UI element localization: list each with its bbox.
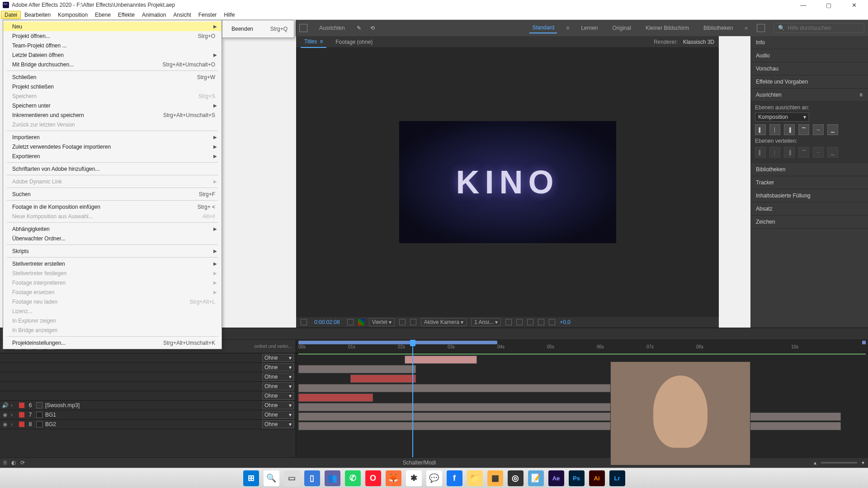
taskbar-search-icon[interactable]: 🔍 (264, 470, 279, 486)
layer-expand-icon[interactable]: › (11, 421, 16, 427)
workspace-tab-lernen[interactable]: Lernen (578, 23, 600, 33)
panel-absatz[interactable]: Absatz (750, 202, 868, 216)
motion-blur-toggle-icon[interactable]: ⟳ (20, 460, 25, 466)
panel-tracker[interactable]: Tracker (750, 176, 868, 189)
menu-hilfe[interactable]: Hilfe (220, 11, 238, 19)
snap-checkbox[interactable] (299, 24, 307, 32)
playhead[interactable] (412, 340, 413, 457)
parent-select[interactable]: Ohne▾ (262, 363, 294, 371)
tool-icon-1[interactable]: ✎ (357, 25, 361, 31)
zoom-out-icon[interactable]: ▴ (814, 460, 816, 466)
file-explorer-icon[interactable]: 📁 (467, 470, 483, 486)
clip-bar-8-bg2[interactable] (298, 422, 841, 430)
opera-icon[interactable]: O (365, 470, 381, 486)
clip-bar-3[interactable] (350, 375, 416, 383)
comp-tab-footage[interactable]: Footage (ohne) (332, 37, 376, 47)
menu-item-exportieren[interactable]: Exportieren▶ (3, 151, 222, 161)
roi-icon[interactable] (399, 319, 406, 325)
zoom-in-icon[interactable]: ▾ (862, 460, 864, 466)
help-search-input[interactable] (788, 25, 860, 31)
panel-ausrichten[interactable]: Ausrichten≡ (750, 89, 868, 102)
menu-item-importieren[interactable]: Importieren▶ (3, 132, 222, 142)
clip-bar-6-swoosh[interactable] (298, 403, 615, 411)
panel-effekte[interactable]: Effekte und Vorgaben (750, 75, 868, 89)
whatsapp-icon[interactable]: ✆ (345, 470, 361, 486)
menu-ansicht[interactable]: Ansicht (170, 11, 194, 19)
align-top-button[interactable]: ▔ (798, 124, 809, 135)
flowchart-icon[interactable] (538, 319, 544, 325)
frame-blend-icon[interactable]: ◐ (11, 460, 16, 466)
menu-item-skripts[interactable]: Skripts▶ (3, 246, 222, 256)
menu-effekte[interactable]: Effekte (114, 11, 138, 19)
panel-bibliotheken[interactable]: Bibliotheken (750, 163, 868, 176)
panel-menu-icon[interactable]: ≡ (859, 92, 863, 98)
menu-ebene[interactable]: Ebene (91, 11, 114, 19)
parent-select[interactable]: Ohne▾ (262, 392, 294, 400)
menu-item-projekt-schlie-en[interactable]: Projekt schließen (3, 82, 222, 91)
layer-row-hidden-1[interactable]: Ohne▾ (0, 353, 296, 363)
parent-select[interactable]: Ohne▾ (262, 382, 294, 390)
zoom-slider[interactable] (821, 462, 857, 464)
panel-vorschau[interactable]: Vorschau (750, 62, 868, 75)
layer-name[interactable]: [Swoosh.mp3] (45, 402, 99, 408)
layer-row-hidden-5[interactable]: Ohne▾ (0, 391, 296, 401)
layer-name[interactable]: BG2 (45, 421, 99, 427)
panel-zeichen[interactable]: Zeichen (750, 216, 868, 229)
parent-select[interactable]: Ohne▾ (262, 354, 294, 362)
menu-item-abh-ngigkeiten[interactable]: Abhängigkeiten▶ (3, 224, 222, 234)
menu-bearbeiten[interactable]: Bearbeiten (21, 11, 54, 19)
exposure-value[interactable]: +0,0 (560, 319, 571, 325)
clip-bar-1[interactable] (405, 356, 477, 364)
parent-select[interactable]: Ohne▾ (262, 411, 294, 419)
align-bottom-button[interactable]: ▁ (827, 124, 838, 135)
layer-row-hidden-3[interactable]: Ohne▾ (0, 372, 296, 382)
layer-color-swatch[interactable] (19, 422, 24, 427)
composition-viewer[interactable]: KINO (296, 48, 719, 316)
minimize-button[interactable]: — (797, 0, 810, 9)
photoshop-icon[interactable]: Ps (569, 470, 585, 486)
workspace-overflow-icon[interactable]: » (745, 25, 748, 31)
menu-item-footage-in-die-komposition-einf-gen[interactable]: Footage in die Komposition einfügenStrg+… (3, 202, 222, 211)
explorer-icon[interactable]: ▯ (304, 470, 320, 486)
menu-item-schlie-en[interactable]: SchließenStrg+W (3, 72, 222, 82)
fast-preview-icon[interactable] (516, 319, 523, 325)
firefox-icon[interactable]: 🦊 (386, 470, 401, 486)
menu-item-berwachter-ordner[interactable]: Überwachter Ordner... (3, 234, 222, 243)
messenger-icon[interactable]: 💬 (426, 470, 442, 486)
menu-item-zuletzt-verwendetes-footage-importieren[interactable]: Zuletzt verwendetes Footage importieren▶ (3, 142, 222, 151)
help-search[interactable]: 🔍 (774, 23, 864, 33)
facebook-icon[interactable]: f (447, 470, 462, 486)
panel-inhaltsbasiert[interactable]: Inhaltsbasierte Füllung (750, 189, 868, 202)
audio-toggle-icon[interactable]: 🔊 (2, 402, 8, 408)
workspace-expand-icon[interactable] (757, 24, 765, 32)
align-vcenter-button[interactable]: ─ (813, 124, 824, 135)
work-area-bar[interactable] (298, 341, 497, 344)
menu-item-suchen[interactable]: SuchenStrg+F (3, 189, 222, 199)
switches-modes-label[interactable]: Schalter/Modi (403, 460, 436, 466)
workspace-tab-standard[interactable]: Standard (529, 23, 557, 33)
menu-komposition[interactable]: Komposition (54, 11, 91, 19)
timeline-track-area[interactable]: 00s 01s 02s 03s 04s 05s 06s 07s 08s 10s (296, 340, 868, 457)
layer-row-6[interactable]: 🔊 › 6 [Swoosh.mp3] Ohne▾ (0, 401, 296, 410)
exposure-reset-icon[interactable] (549, 319, 555, 325)
app-icon-1[interactable]: ✱ (406, 470, 422, 486)
notes-icon[interactable]: 📝 (528, 470, 544, 486)
panel-info[interactable]: Info (750, 36, 868, 49)
lightroom-icon[interactable]: Lr (609, 470, 625, 486)
close-button[interactable]: ✕ (847, 0, 861, 9)
parent-select[interactable]: Ohne▾ (262, 401, 294, 409)
clip-bar-7-bg1[interactable] (298, 413, 841, 421)
layer-color-swatch[interactable] (19, 412, 24, 418)
comp-tab-titles[interactable]: Titles ≡ (301, 36, 326, 48)
timeline-icon[interactable] (527, 319, 533, 325)
tool-icon-2[interactable]: ⟲ (370, 25, 375, 31)
menu-item-schriftarten-von-adobe-hinzuf-gen[interactable]: Schriftarten von Adobe hinzufügen... (3, 164, 222, 174)
snapshot-icon[interactable] (347, 319, 354, 325)
panel-audio[interactable]: Audio (750, 49, 868, 62)
grid-icon[interactable] (410, 319, 416, 325)
start-button[interactable]: ⊞ (243, 470, 259, 486)
workspace-menu-icon[interactable]: ≡ (566, 25, 569, 31)
workspace-tab-kleiner[interactable]: Kleiner Bildschirm (643, 23, 692, 33)
menu-item-mit-bridge-durchsuchen[interactable]: Mit Bridge durchsuchen...Strg+Alt+Umscha… (3, 60, 222, 69)
align-left-button[interactable]: ▌ (755, 124, 766, 135)
